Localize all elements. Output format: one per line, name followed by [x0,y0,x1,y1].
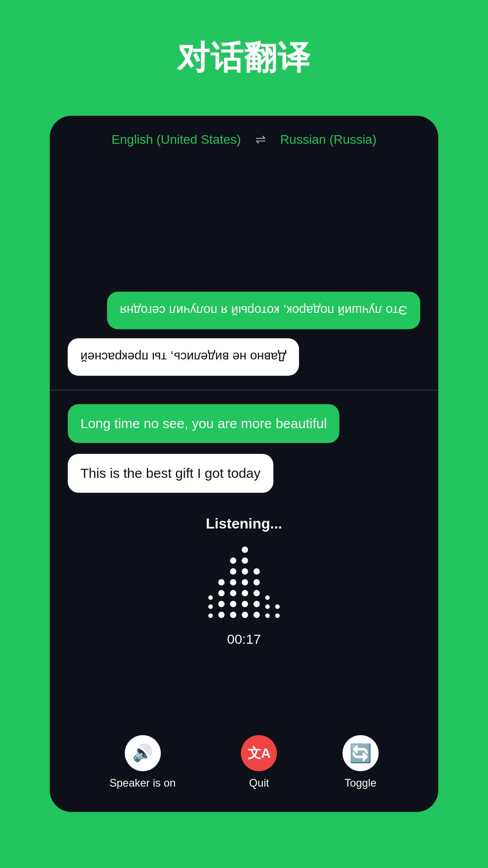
quit-icon: 文A [248,744,271,763]
wave-col-6 [265,595,270,618]
dot [253,601,260,607]
dot [265,613,270,618]
english-msg-2: This is the best gift I got today [68,454,420,493]
russian-bubble-white: Давно не виделись, ты прекрасней [68,338,299,376]
dot [230,601,236,607]
dot [242,612,248,618]
wave-col-7 [275,604,280,618]
dot [242,579,248,585]
wave-col-5 [253,568,260,618]
dot [218,612,225,618]
russian-msg-1: Это лучший подарок, который я получил се… [68,292,420,329]
dot [242,568,248,575]
wave-col-4 [242,547,248,618]
english-bubble-white: This is the best gift I got today [68,454,273,493]
upper-section: Это лучший подарок, который я получил се… [50,156,438,390]
dot [208,595,213,600]
dot [230,568,236,575]
dot [230,579,236,585]
dot [242,557,248,564]
toggle-button[interactable]: 🔄 [343,735,379,771]
dot [265,595,270,600]
quit-button[interactable]: 文A [241,735,277,771]
dot [208,604,213,609]
lang-right[interactable]: Russian (Russia) [280,132,376,147]
dot [253,612,260,618]
listening-label: Listening... [206,515,282,532]
dot [253,579,260,585]
dot [253,590,260,596]
quit-control: 文A Quit [241,735,277,789]
bottom-controls: 🔊 Speaker is on 文A Quit 🔄 Toggle [50,726,438,812]
russian-msg-2: Давно не виделись, ты прекрасней [68,338,420,376]
wave-col-3 [230,557,236,618]
russian-bubble-green: Это лучший подарок, который я получил се… [107,292,420,329]
english-msg-1: Long time no see, you are more beautiful [68,404,420,443]
dot [275,604,280,609]
toggle-control: 🔄 Toggle [343,735,379,789]
dot [230,557,236,564]
timer: 00:17 [227,632,261,647]
wave-col-2 [218,579,225,618]
waveform [208,546,280,618]
wave-col-1 [208,595,213,618]
toggle-icon: 🔄 [349,743,372,764]
listening-section: Listening... [50,502,438,726]
quit-label: Quit [249,777,269,789]
dot [230,590,236,596]
dot [242,590,248,596]
dot [265,604,270,609]
dot [230,612,236,618]
toggle-label: Toggle [344,777,376,789]
lower-section: Long time no see, you are more beautiful… [50,391,438,502]
dot [218,601,225,607]
speaker-button[interactable]: 🔊 [125,735,161,771]
dot [253,568,260,575]
dot [242,547,248,553]
dot [242,601,248,607]
dot [218,590,225,596]
speaker-label: Speaker is on [109,777,176,789]
language-bar: English (United States) ⇌ Russian (Russi… [50,116,438,156]
speaker-icon: 🔊 [132,744,153,763]
phone-card: English (United States) ⇌ Russian (Russi… [50,116,438,812]
lang-left[interactable]: English (United States) [112,132,241,147]
english-bubble-green: Long time no see, you are more beautiful [68,404,339,443]
swap-icon[interactable]: ⇌ [255,132,266,147]
app-title: 对话翻译 [177,36,311,80]
speaker-control: 🔊 Speaker is on [109,735,176,789]
dot [208,613,213,618]
dot [218,579,225,585]
dot [275,613,280,618]
